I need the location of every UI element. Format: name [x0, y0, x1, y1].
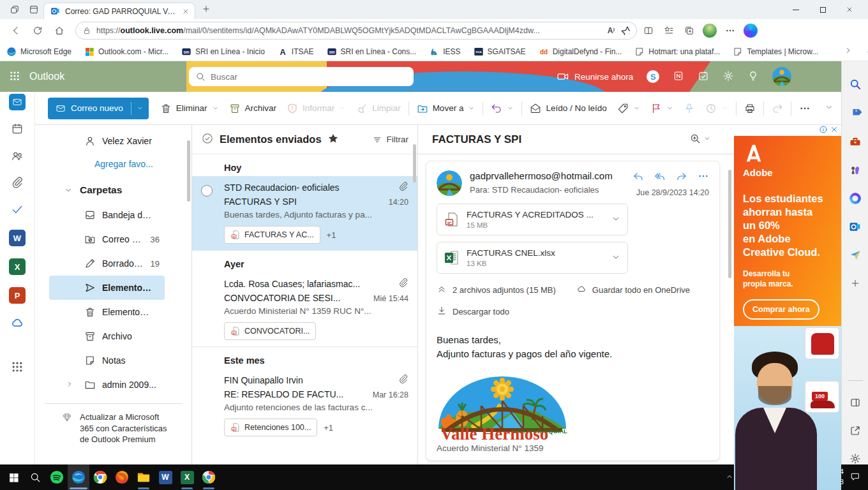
sidebar-outlook-icon[interactable] [848, 221, 862, 233]
onedrive-icon[interactable] [10, 316, 24, 332]
flag-button[interactable] [645, 98, 678, 119]
email-list-item[interactable]: STD Recaudacion- eoficiales FACTURAS Y S… [192, 176, 417, 250]
reply-icon[interactable] [632, 170, 644, 184]
more-commands-icon[interactable] [794, 98, 816, 119]
todo-module-icon[interactable] [11, 203, 24, 218]
folder-deleted[interactable]: Elementos e... [35, 300, 191, 324]
ad-close-icon[interactable] [830, 125, 839, 136]
window-maximize-button[interactable] [809, 0, 836, 19]
attachment-chip[interactable]: FACTURAS Y AC... [224, 226, 320, 244]
word-icon[interactable]: W [9, 230, 26, 246]
sidebar-m365-icon[interactable] [848, 193, 862, 205]
powerpoint-icon[interactable]: P [9, 287, 26, 304]
folder-sent-selected[interactable]: Elementos ... [49, 276, 165, 300]
expand-folder-icon[interactable] [66, 380, 73, 390]
bookmark[interactable]: AITSAE [278, 47, 314, 57]
read-unread-button[interactable]: Leído / No leído [525, 98, 611, 119]
window-minimize-button[interactable] [782, 0, 809, 19]
tab-actions-icon[interactable] [24, 4, 43, 15]
email-list-item[interactable]: FIN Quinapallo Irvin RE: RESPALDO DE FAC… [192, 369, 417, 443]
new-mail-dropdown-icon[interactable] [131, 98, 149, 119]
attachments-module-icon[interactable] [11, 176, 24, 191]
archive-button[interactable]: Archivar [224, 98, 282, 119]
premium-upgrade-link[interactable]: Actualizar a Microsoft 365 con Caracterí… [35, 404, 191, 445]
delete-button[interactable]: Eliminar [155, 98, 224, 119]
new-mail-button[interactable]: Correo nuevo [48, 98, 149, 119]
folder-drafts[interactable]: Borradores19 [35, 251, 191, 276]
bookmark[interactable]: SGASGAITSAE [474, 47, 526, 57]
print-button[interactable] [739, 98, 761, 119]
tab-close-icon[interactable] [182, 8, 190, 15]
calendar-module-icon[interactable] [11, 122, 24, 137]
favorites-bar-icon[interactable] [660, 26, 678, 36]
sidebar-settings-icon[interactable] [848, 452, 862, 464]
back-button[interactable] [6, 26, 26, 36]
move-to-button[interactable]: Mover a [412, 98, 481, 119]
outlook-logo-text[interactable]: Outlook [29, 71, 64, 82]
sidebar-games-icon[interactable] [848, 164, 862, 177]
workspaces-icon[interactable] [5, 4, 24, 15]
sidebar-panel-icon[interactable] [848, 397, 862, 409]
camera-app-icon[interactable] [198, 464, 220, 490]
sidebar-shopping-icon[interactable] [848, 107, 862, 119]
ad-info-icon[interactable] [819, 125, 828, 136]
action-center-icon[interactable] [850, 471, 860, 484]
search-input[interactable] [211, 72, 407, 82]
download-all-link[interactable]: Descargar todo [453, 307, 509, 316]
filter-button[interactable]: Filtrar [372, 135, 409, 145]
attachment-chip[interactable]: CONVOCATORI... [224, 322, 316, 340]
file-explorer-icon[interactable] [133, 464, 154, 490]
list-scrollbar[interactable] [413, 144, 416, 182]
bookmark[interactable]: Templates | Microw... [733, 47, 818, 57]
split-screen-icon[interactable] [640, 26, 657, 36]
word-taskbar-icon[interactable]: W [154, 464, 176, 490]
attachment-dropdown-icon[interactable] [611, 252, 621, 264]
browser-profile-avatar[interactable] [701, 24, 719, 38]
collapse-attachments-icon[interactable] [437, 284, 447, 296]
favorite-folder-star-icon[interactable] [327, 133, 339, 146]
settings-gear-icon[interactable] [722, 70, 734, 84]
ad-cta-button[interactable]: Comprar ahora [743, 299, 819, 320]
copilot-icon[interactable] [742, 24, 760, 38]
save-to-onedrive-link[interactable]: Guardar todo en OneDrive [592, 285, 690, 295]
tray-expand-icon[interactable] [725, 472, 734, 483]
notification-bell-icon[interactable] [865, 45, 868, 58]
favorite-item[interactable]: Velez Xavier [35, 129, 191, 153]
browser-menu-icon[interactable] [721, 26, 739, 36]
undo-button[interactable] [486, 98, 519, 119]
app-launcher-icon[interactable] [9, 70, 20, 84]
start-button[interactable] [3, 464, 24, 490]
reply-all-icon[interactable] [654, 170, 666, 184]
people-module-icon[interactable] [11, 149, 24, 164]
attachment-card[interactable]: FACTURAS CNEL.xlsx13 KB [437, 242, 628, 274]
sidebar-tools-icon[interactable] [848, 135, 862, 148]
bookmark[interactable]: SRISRI en Línea - Cons... [327, 47, 417, 57]
bookmark[interactable]: IESS [429, 47, 460, 57]
mail-module-icon[interactable] [9, 94, 26, 110]
attachment-dropdown-icon[interactable] [611, 214, 621, 226]
collapse-toolbar-icon[interactable] [825, 103, 834, 114]
select-message-radio[interactable] [201, 185, 213, 197]
folder-notes[interactable]: Notas [35, 348, 191, 373]
account-avatar[interactable] [772, 67, 791, 86]
folder-admin[interactable]: admin 2009... [35, 373, 191, 397]
sidebar-add-icon[interactable] [848, 278, 862, 290]
firefox-icon[interactable] [111, 464, 133, 490]
folder-junk[interactable]: Correo n...36 [35, 227, 191, 251]
feed-icon[interactable] [673, 70, 684, 84]
bookmark[interactable]: Hotmart: una plataf... [634, 47, 720, 57]
collections-icon[interactable] [680, 26, 698, 36]
excel-taskbar-icon[interactable]: X [176, 464, 198, 490]
read-aloud-icon[interactable]: A [608, 26, 615, 35]
spotify-icon[interactable] [46, 464, 68, 490]
folder-archive[interactable]: Archivo [35, 324, 191, 348]
meet-now-button[interactable]: Reunirse ahora [557, 70, 633, 83]
folders-header[interactable]: Carpetas [35, 177, 191, 203]
edge-taskbar-icon[interactable] [68, 464, 89, 490]
address-bar[interactable]: https://outlook.live.com/mail/0/sentitem… [75, 22, 637, 40]
forward-icon[interactable] [676, 170, 687, 184]
zoom-dropdown-icon[interactable] [703, 135, 711, 144]
window-close-button[interactable] [836, 0, 863, 19]
sender-avatar[interactable] [437, 170, 462, 196]
browser-tab[interactable]: Correo: GAD PARROQUIAL VALLE [43, 3, 195, 19]
